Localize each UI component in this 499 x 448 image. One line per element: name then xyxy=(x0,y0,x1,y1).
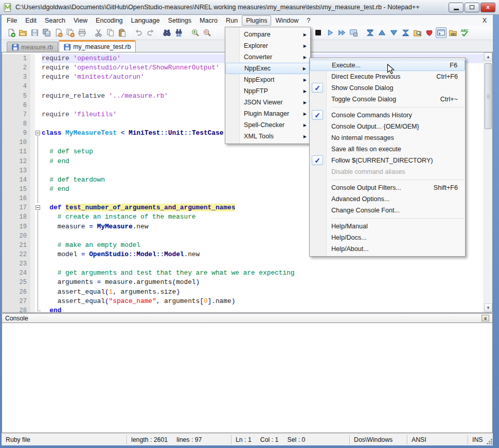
fold-margin[interactable] xyxy=(35,212,42,222)
stop-macro-recording-button[interactable] xyxy=(313,27,324,38)
open-containing-folder-button[interactable] xyxy=(448,27,458,38)
tab-my-measure-test-rb[interactable]: my_measure_test.rb xyxy=(59,40,136,52)
new-file-button[interactable] xyxy=(6,27,16,38)
scroll-down-arrow-icon[interactable]: ▼ xyxy=(484,303,492,312)
bookmark-margin[interactable] xyxy=(30,129,35,138)
console-output-area[interactable] xyxy=(2,323,493,433)
fold-margin[interactable] xyxy=(35,259,42,268)
fold-margin[interactable] xyxy=(35,138,42,147)
fold-margin[interactable] xyxy=(35,278,42,287)
bookmark-margin[interactable] xyxy=(30,268,35,278)
fold-margin[interactable] xyxy=(35,194,42,203)
editor-vertical-scrollbar[interactable]: ▲ ▼ xyxy=(484,52,492,312)
bookmark-margin[interactable] xyxy=(30,175,35,185)
plugins-menu-item-nppexec[interactable]: NppExec▶ xyxy=(225,63,310,74)
fold-margin[interactable] xyxy=(35,166,42,175)
fold-margin[interactable] xyxy=(35,306,42,313)
menubar-close-document-button[interactable]: X xyxy=(477,17,492,24)
zoom-in-button[interactable] xyxy=(190,27,201,38)
nppexec-menu-item-show-console-dialog[interactable]: ✓Show Console Dialog xyxy=(310,82,465,94)
plugins-menu-item-explorer[interactable]: Explorer▶ xyxy=(225,40,310,51)
nppexec-menu-item-change-console-font[interactable]: Change Console Font... xyxy=(310,205,465,216)
menubar-item-encoding[interactable]: Encoding xyxy=(92,15,127,26)
menubar-item-file[interactable]: File xyxy=(3,15,21,26)
menubar-item-item[interactable]: ? xyxy=(302,15,314,26)
fold-margin[interactable] xyxy=(35,119,42,129)
nppexec-menu-item-follow-current-directory[interactable]: ✓Follow $(CURRENT_DIRECTORY) xyxy=(310,155,465,166)
paste-button[interactable] xyxy=(117,27,128,38)
bookmark-margin[interactable] xyxy=(30,231,35,241)
fold-margin[interactable] xyxy=(35,185,42,194)
bookmark-margin[interactable] xyxy=(30,194,35,203)
bookmark-margin[interactable] xyxy=(30,147,35,156)
console-close-button[interactable]: x xyxy=(482,315,489,321)
nppexec-menu-item-help-docs[interactable]: Help/Docs... xyxy=(310,232,465,243)
menubar-item-edit[interactable]: Edit xyxy=(21,15,41,26)
bookmark-margin[interactable] xyxy=(30,110,35,119)
bookmark-margin[interactable] xyxy=(30,82,35,91)
scrollbar-thumb[interactable] xyxy=(485,63,492,129)
bookmark-margin[interactable] xyxy=(30,241,35,250)
menubar-item-run[interactable]: Run xyxy=(222,15,242,26)
undo-button[interactable] xyxy=(133,27,144,38)
bookmark-margin[interactable] xyxy=(30,166,35,175)
menubar-item-search[interactable]: Search xyxy=(41,15,69,26)
scroll-up-arrow-icon[interactable]: ▲ xyxy=(484,52,492,61)
nppexec-menu-item-help-manual[interactable]: Help/Manual xyxy=(310,221,465,232)
bookmark-margin[interactable] xyxy=(30,259,35,268)
replace-button[interactable]: ab xyxy=(173,27,184,38)
menubar-item-window[interactable]: Window xyxy=(271,15,302,26)
close-button[interactable]: ✕ xyxy=(480,3,495,12)
plugins-menu-item-json-viewer[interactable]: JSON Viewer▶ xyxy=(225,97,310,108)
fold-margin[interactable] xyxy=(35,222,42,231)
save-recorded-macro-button[interactable] xyxy=(348,27,359,38)
plugins-menu-item-nppftp[interactable]: NppFTP▶ xyxy=(225,85,310,97)
jump-first-button[interactable] xyxy=(365,27,376,38)
bookmark-margin[interactable] xyxy=(30,250,35,259)
tab-measure-rb[interactable]: measure.rb xyxy=(7,42,58,52)
bookmark-margin[interactable] xyxy=(30,212,35,222)
bookmark-margin[interactable] xyxy=(30,73,35,82)
plugins-menu-item-plugin-manager[interactable]: Plugin Manager▶ xyxy=(225,108,310,119)
plugins-menu-item-nppexport[interactable]: NppExport▶ xyxy=(225,74,310,85)
fold-margin[interactable] xyxy=(35,63,42,73)
bookmark-margin[interactable] xyxy=(30,92,35,101)
menubar-item-settings[interactable]: Settings xyxy=(164,15,196,26)
nppexec-console-toggle-button[interactable] xyxy=(436,27,447,38)
nppexec-menu-item-console-output-oem-oem[interactable]: Console Output... {OEM/OEM} xyxy=(310,121,465,132)
maximize-button[interactable] xyxy=(465,3,479,12)
plugins-menu-item-converter[interactable]: Converter▶ xyxy=(225,51,310,63)
nppexec-menu-item-help-about[interactable]: Help/About... xyxy=(310,243,465,255)
nppexec-menu-item-toggle-console-dialog[interactable]: Toggle Console DialogCtrl+~ xyxy=(310,94,465,105)
bookmark-margin[interactable] xyxy=(30,306,35,313)
nppexec-menu-item-save-all-files-on-execute[interactable]: Save all files on execute xyxy=(310,144,465,155)
fold-margin[interactable] xyxy=(35,73,42,82)
copy-button[interactable] xyxy=(105,27,116,38)
menubar-item-macro[interactable]: Macro xyxy=(195,15,222,26)
bookmark-margin[interactable] xyxy=(30,297,35,306)
minimize-button[interactable] xyxy=(449,3,464,12)
fold-margin[interactable] xyxy=(35,54,42,63)
donate-heart-button[interactable] xyxy=(424,27,435,38)
fold-margin[interactable] xyxy=(35,147,42,156)
fold-margin[interactable] xyxy=(35,92,42,101)
bookmark-margin[interactable] xyxy=(30,101,35,110)
cut-button[interactable] xyxy=(93,27,104,38)
menubar-item-plugins[interactable]: Plugins xyxy=(242,15,271,26)
bookmark-margin[interactable] xyxy=(30,157,35,166)
bookmark-margin[interactable] xyxy=(30,222,35,231)
plugins-menu-item-spell-checker[interactable]: Spell-Checker▶ xyxy=(225,119,310,131)
jump-prev-button[interactable] xyxy=(377,27,387,38)
save-all-button[interactable] xyxy=(41,27,52,38)
bookmark-margin[interactable] xyxy=(30,288,35,297)
fold-margin[interactable] xyxy=(35,241,42,250)
bookmark-margin[interactable] xyxy=(30,203,35,212)
jump-last-button[interactable] xyxy=(400,27,411,38)
playback-macro-button[interactable] xyxy=(325,27,335,38)
nppexec-menu-item-advanced-options[interactable]: Advanced Options... xyxy=(310,193,465,205)
menubar-item-view[interactable]: View xyxy=(69,15,92,26)
bookmark-margin[interactable] xyxy=(30,119,35,129)
save-file-button[interactable] xyxy=(29,27,40,38)
fold-margin[interactable] xyxy=(35,129,42,138)
fold-margin[interactable] xyxy=(35,288,42,297)
